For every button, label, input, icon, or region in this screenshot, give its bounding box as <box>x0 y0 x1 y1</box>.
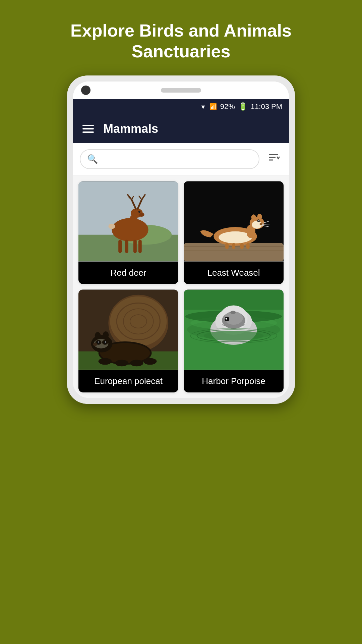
page-title: Explore Birds and Animals Sanctuaries <box>0 0 362 75</box>
search-input-wrapper[interactable]: 🔍 <box>80 149 259 169</box>
svg-point-36 <box>251 214 256 220</box>
status-bar: 📶 92% 🔋 11:03 PM <box>73 99 289 114</box>
app-bar-title: Mammals <box>103 122 158 136</box>
svg-point-62 <box>93 343 97 346</box>
phone-frame: 📶 92% 🔋 11:03 PM Mammals 🔍 <box>67 75 295 404</box>
svg-point-22 <box>138 211 140 213</box>
animal-card-harbor-porpoise[interactable]: Harbor Porpoise <box>184 289 284 392</box>
sort-button[interactable] <box>265 149 282 169</box>
animal-image-european-polecat <box>78 289 178 370</box>
svg-rect-44 <box>246 243 250 249</box>
animal-label-least-weasel: Least Weasel <box>184 262 284 284</box>
svg-point-35 <box>258 220 259 221</box>
hamburger-menu[interactable] <box>82 125 94 133</box>
search-icon: 🔍 <box>87 154 98 164</box>
animal-image-harbor-porpoise <box>184 289 284 370</box>
svg-point-65 <box>99 358 112 365</box>
animal-card-red-deer[interactable]: Red deer <box>78 181 178 284</box>
phone-screen: 📶 92% 🔋 11:03 PM Mammals 🔍 <box>73 82 289 398</box>
svg-rect-43 <box>240 243 244 249</box>
signal-icon: 📶 <box>209 103 217 110</box>
svg-rect-41 <box>225 243 229 249</box>
wifi-icon <box>200 102 206 111</box>
svg-rect-13 <box>138 239 142 253</box>
animal-image-red-deer <box>78 181 178 262</box>
svg-point-63 <box>95 332 101 339</box>
animal-grid: Red deer <box>73 176 289 398</box>
svg-point-80 <box>226 318 227 320</box>
phone-speaker <box>161 88 201 93</box>
phone-top <box>73 82 289 99</box>
front-camera <box>81 86 90 95</box>
search-bar: 🔍 <box>73 143 289 176</box>
svg-point-59 <box>98 341 99 342</box>
animal-label-european-polecat: European polecat <box>78 370 178 392</box>
search-input[interactable] <box>102 154 252 164</box>
svg-point-61 <box>105 341 106 342</box>
animal-label-red-deer: Red deer <box>78 262 178 284</box>
battery-percent: 92% <box>220 102 235 111</box>
svg-point-64 <box>103 331 109 339</box>
clock: 11:03 PM <box>251 102 282 111</box>
animal-label-harbor-porpoise: Harbor Porpoise <box>184 370 284 392</box>
app-bar: Mammals <box>73 114 289 143</box>
svg-point-23 <box>108 224 115 229</box>
animal-card-least-weasel[interactable]: Least Weasel <box>184 181 284 284</box>
svg-point-9 <box>139 213 144 217</box>
svg-rect-11 <box>125 239 128 253</box>
svg-point-68 <box>143 358 157 365</box>
svg-rect-12 <box>133 239 137 253</box>
svg-line-39 <box>262 224 269 224</box>
animal-card-european-polecat[interactable]: European polecat <box>78 289 178 392</box>
svg-point-47 <box>110 296 167 346</box>
svg-point-29 <box>219 231 252 244</box>
svg-point-66 <box>115 360 128 366</box>
svg-rect-42 <box>232 243 235 249</box>
svg-point-82 <box>204 331 264 341</box>
battery-icon: 🔋 <box>238 102 247 111</box>
svg-point-67 <box>130 360 143 366</box>
svg-point-81 <box>230 311 236 314</box>
svg-rect-10 <box>118 239 122 253</box>
svg-point-37 <box>257 214 262 220</box>
animal-image-least-weasel <box>184 181 284 262</box>
